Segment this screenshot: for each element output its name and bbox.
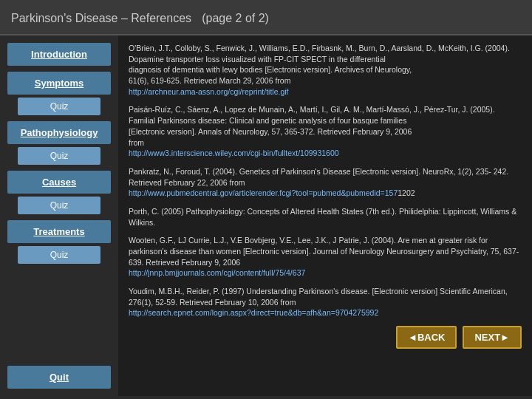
- ref6-text: Youdim, M.B.H., Reider, P. (1997) Unders…: [129, 286, 522, 318]
- next-button[interactable]: NEXT►: [463, 326, 522, 349]
- ref5-text: Wooten, G.F., LJ Currie, L.J., V.E Bovbj…: [129, 235, 522, 279]
- ref2-link[interactable]: http://www3.interscience.wiley.com/cgi-b…: [129, 149, 339, 157]
- quiz4-button[interactable]: Quiz: [18, 246, 100, 264]
- ref4-text: Porth, C. (2005) Pathophysiology: Concep…: [129, 206, 522, 228]
- pathophysiology-group: Pathophysiology Quiz: [7, 121, 111, 165]
- ref1-link[interactable]: http://archneur.ama-assn.org/cgi/reprint…: [129, 87, 289, 96]
- reference-2: Paisán-Ruíz, C., Sáenz, A., Lopez de Mun…: [129, 104, 522, 158]
- ref2-text: Paisán-Ruíz, C., Sáenz, A., Lopez de Mun…: [129, 104, 522, 158]
- ref6-link[interactable]: http://search.epnet.com/login.aspx?direc…: [129, 308, 378, 317]
- ref5-link[interactable]: http://jnnp.bmjjournals.com/cgi/content/…: [129, 268, 305, 277]
- quiz1-button[interactable]: Quiz: [18, 98, 100, 115]
- sidebar: Introduction Symptoms Quiz Pathophysiolo…: [0, 35, 118, 396]
- treatments-button[interactable]: Treatments: [7, 220, 111, 243]
- page-title: Parkinson's Disease – References (page 2…: [11, 7, 521, 27]
- pathophysiology-button[interactable]: Pathophysiology: [7, 121, 111, 144]
- reference-5: Wooten, G.F., LJ Currie, L.J., V.E Bovbj…: [129, 235, 522, 279]
- symptoms-group: Symptoms Quiz: [7, 72, 111, 115]
- reference-1: O'Brien, J.T., Colloby, S., Fenwick, J.,…: [129, 43, 522, 97]
- quiz3-button[interactable]: Quiz: [18, 197, 100, 214]
- page-header: Parkinson's Disease – References (page 2…: [0, 0, 532, 35]
- introduction-button[interactable]: Introduction: [7, 43, 111, 66]
- causes-group: Causes Quiz: [7, 171, 111, 214]
- ref1-text: O'Brien, J.T., Colloby, S., Fenwick, J.,…: [129, 43, 522, 97]
- references-content: O'Brien, J.T., Colloby, S., Fenwick, J.,…: [118, 35, 532, 396]
- back-button[interactable]: ◄BACK: [396, 326, 457, 349]
- page-subtitle: (page 2 of 2): [202, 12, 269, 24]
- reference-6: Youdim, M.B.H., Reider, P. (1997) Unders…: [129, 286, 522, 318]
- reference-3: Pankratz, N., Foroud, T. (2004). Genetic…: [129, 166, 522, 199]
- treatments-group: Treatments Quiz: [7, 220, 111, 264]
- causes-button[interactable]: Causes: [7, 171, 111, 194]
- quiz2-button[interactable]: Quiz: [18, 147, 100, 165]
- bottom-navigation: ◄BACK NEXT►: [129, 326, 522, 349]
- ref3-text: Pankratz, N., Foroud, T. (2004). Genetic…: [129, 166, 522, 199]
- ref3-link[interactable]: http://www.pubmedcentral.gov/articlerend…: [129, 188, 398, 197]
- quit-button[interactable]: Quit: [7, 366, 111, 389]
- main-layout: Introduction Symptoms Quiz Pathophysiolo…: [0, 35, 532, 396]
- reference-4: Porth, C. (2005) Pathophysiology: Concep…: [129, 206, 522, 228]
- symptoms-button[interactable]: Symptoms: [7, 72, 111, 95]
